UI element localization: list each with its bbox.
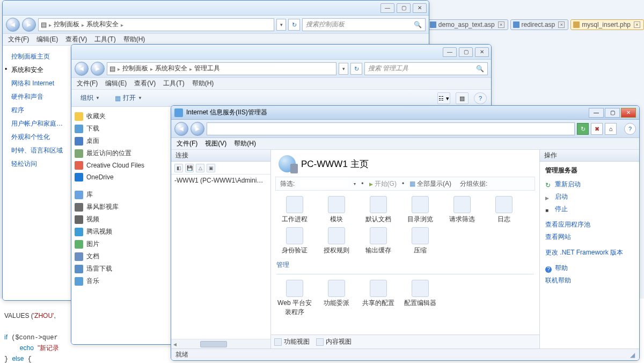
menu-tools[interactable]: 工具(T) (94, 35, 115, 44)
maximize-button[interactable]: ▢ (397, 3, 411, 13)
refresh-button[interactable]: ↻ (288, 19, 300, 31)
back-button[interactable] (75, 62, 89, 76)
view-mode-button[interactable]: ☷ ▾ (437, 92, 450, 104)
refresh-button[interactable]: ↻ (350, 63, 362, 75)
stop-nav-button[interactable]: ✖ (591, 123, 603, 135)
tab-features-view[interactable]: 功能视图 (274, 337, 310, 346)
tree-item[interactable]: 桌面 (74, 135, 171, 147)
editor-tab[interactable]: demo_asp_text.asp× (427, 19, 508, 30)
tree-item[interactable]: 最近访问的位置 (74, 147, 171, 159)
tab-content-view[interactable]: 内容视图 (316, 337, 352, 346)
menu-file[interactable]: 文件(F) (8, 35, 29, 44)
action-app-pools[interactable]: 查看应用程序池 (545, 219, 634, 231)
tab-close-icon[interactable]: × (558, 21, 565, 28)
help-button[interactable]: ? (474, 92, 487, 104)
breadcrumb-dropdown[interactable]: ▾ (276, 19, 286, 31)
tree-favorites[interactable]: 收藏夹 (74, 110, 171, 122)
tree-libraries[interactable]: 库 (74, 188, 171, 201)
feature-item[interactable]: 授权规则 (318, 227, 355, 255)
tree-item[interactable]: 图片 (74, 238, 171, 250)
tree-item[interactable]: 迅雷下载 (74, 263, 171, 275)
feature-item[interactable]: 压缩 (402, 227, 438, 255)
maximize-button[interactable]: ▢ (459, 47, 473, 57)
feature-item[interactable]: Web 平台安装程序 (276, 280, 313, 317)
search-input[interactable]: 搜索 管理工具 🔍 (364, 62, 488, 75)
tree-item[interactable]: 下载 (74, 122, 171, 135)
connect-icon[interactable]: ◧ (174, 164, 183, 172)
minimize-button[interactable]: — (589, 108, 604, 118)
feature-item[interactable]: 请求筛选 (444, 196, 480, 224)
action-start[interactable]: 启动 (545, 191, 634, 203)
menu-help[interactable]: 帮助(H) (123, 35, 145, 44)
feature-item[interactable]: 共享的配置 (360, 280, 397, 317)
editor-tab[interactable]: redirect.asp× (510, 19, 569, 30)
minimize-button[interactable]: — (443, 47, 457, 57)
action-stop[interactable]: 停止 (545, 203, 634, 215)
tree-item[interactable]: OneDrive (74, 171, 171, 183)
menu-file[interactable]: 文件(F) (77, 79, 98, 88)
action-sites[interactable]: 查看网站 (545, 231, 634, 243)
maximize-button[interactable]: ▢ (605, 108, 620, 118)
forward-button[interactable] (22, 18, 36, 32)
tab-close-icon[interactable]: × (634, 21, 640, 28)
menu-edit[interactable]: 编辑(E) (36, 35, 58, 44)
filter-input[interactable] (300, 180, 348, 187)
tree-server-node[interactable]: -WWW1 (PC-WWW1\Admini… (171, 175, 270, 186)
feature-item[interactable]: 模块 (318, 196, 355, 224)
menu-view[interactable]: 查看(V) (134, 79, 156, 88)
breadcrumb[interactable]: ▤ 控制面板 系统和安全 管理工具 (107, 62, 336, 75)
action-netfx[interactable]: 更改 .NET Framework 版本 (545, 246, 634, 259)
back-button[interactable] (174, 122, 188, 136)
menu-tools[interactable]: 工具(T) (163, 79, 184, 88)
menu-view[interactable]: 查看(V) (65, 35, 87, 44)
feature-item[interactable]: 配置编辑器 (402, 280, 438, 317)
feature-item[interactable]: 默认文档 (360, 196, 397, 224)
tree-item[interactable]: 腾讯视频 (74, 226, 171, 238)
tree-item[interactable]: 视频 (74, 213, 171, 226)
action-help[interactable]: 帮助 (545, 262, 634, 274)
editor-tab-active[interactable]: mysql_insert.php× (570, 19, 644, 30)
feature-item[interactable]: 身份验证 (276, 227, 313, 255)
minimize-button[interactable]: — (380, 3, 394, 13)
go-button[interactable]: ↻ (577, 123, 589, 135)
feature-item[interactable]: 目录浏览 (402, 196, 438, 224)
action-restart[interactable]: 重新启动 (545, 178, 634, 191)
tree-item[interactable]: 文档 (74, 250, 171, 263)
close-button[interactable]: ✕ (413, 3, 427, 13)
go-button[interactable]: 开始(G) (369, 179, 397, 188)
breadcrumb-dropdown[interactable]: ▾ (339, 63, 348, 75)
resize-grip-icon[interactable]: ◢ (630, 351, 635, 359)
feature-item[interactable]: 日志 (486, 196, 522, 224)
action-online-help[interactable]: 联机帮助 (545, 274, 634, 287)
back-button[interactable] (6, 18, 20, 32)
tree-item[interactable]: 暴风影视库 (74, 201, 171, 213)
tree-item[interactable]: 音乐 (74, 275, 171, 287)
preview-pane-button[interactable]: ▥ (456, 92, 469, 104)
tab-close-icon[interactable]: × (498, 21, 504, 28)
organize-button[interactable]: 组织▼ (76, 92, 105, 104)
menu-file[interactable]: 文件(F) (177, 139, 197, 148)
search-input[interactable]: 搜索控制面板 🔍 (302, 18, 426, 31)
menu-view[interactable]: 视图(V) (205, 139, 226, 148)
tree-item[interactable]: Creative Cloud Files (74, 159, 171, 171)
forward-button[interactable] (191, 122, 204, 136)
open-button[interactable]: ▦打开▼ (110, 92, 147, 104)
address-input[interactable] (207, 122, 575, 135)
refresh-icon[interactable]: ▣ (207, 164, 215, 172)
filter-dropdown[interactable]: ▾ (354, 182, 356, 186)
titlebar[interactable]: — ▢ ✕ (71, 45, 491, 60)
menu-help[interactable]: 帮助(H) (192, 79, 214, 88)
breadcrumb[interactable]: ▤ 控制面板 系统和安全 (38, 18, 274, 31)
feature-item[interactable]: 工作进程 (276, 196, 313, 224)
showall-button[interactable]: 全部显示(A) (409, 179, 451, 188)
feature-item[interactable]: 功能委派 (318, 280, 355, 317)
save-icon[interactable]: 💾 (185, 164, 194, 172)
explorer-tree[interactable]: 收藏夹 下载 桌面 最近访问的位置 Creative Cloud Files O… (71, 107, 173, 344)
menu-help[interactable]: 帮助(H) (234, 139, 256, 148)
close-button[interactable]: ✕ (621, 108, 636, 118)
titlebar[interactable]: Internet 信息服务(IIS)管理器 — ▢ ✕ (171, 106, 639, 120)
close-button[interactable]: ✕ (475, 47, 489, 57)
sites-icon[interactable]: △ (196, 164, 204, 172)
home-button[interactable]: ⌂ (605, 123, 617, 135)
titlebar[interactable]: — ▢ ✕ (3, 1, 429, 16)
